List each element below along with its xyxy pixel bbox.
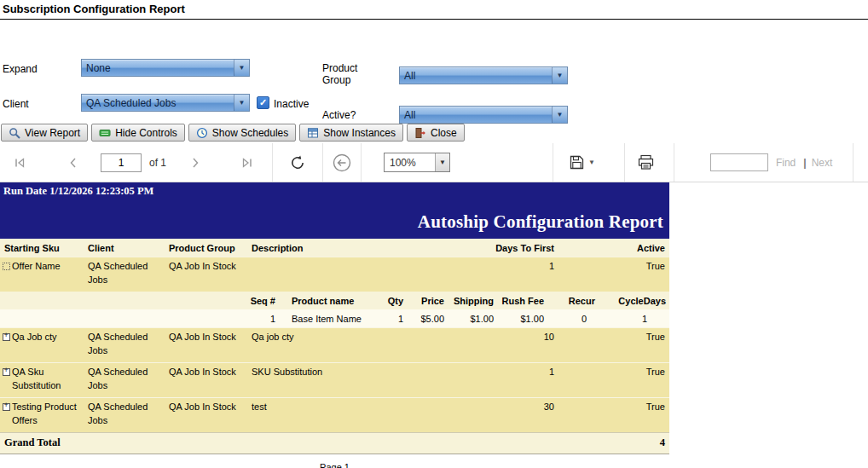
page-footer: Page 1 [0,454,669,468]
print-button[interactable] [637,153,655,171]
table-header-row: Starting Sku Client Product Group Descri… [0,239,669,257]
shipping-cell: $1.00 [448,314,497,324]
report-canvas: Run Date 1/12/2026 12:23:05 PM Autoship … [0,182,669,468]
product-group-cell: QA Job In Stock [165,401,247,428]
chevron-down-icon: ▼ [588,159,595,166]
expand-toggle-icon[interactable] [3,368,10,376]
detail-column-header: Seq # [247,296,279,306]
view-report-label: View Report [25,127,80,139]
product-name-cell: Base Item Name [279,314,368,324]
find-link[interactable]: Find [776,157,796,169]
active-cell: True [558,331,669,358]
active-cell: True [558,366,669,393]
recur-cell: 0 [547,314,599,324]
client-cell: QA Scheduled Jobs [84,331,165,358]
product-group-dropdown[interactable]: All ▼ [399,66,568,84]
product-group-cell: QA Job In Stock [165,331,247,358]
inactive-checkbox[interactable]: ✓ [257,96,269,109]
description-cell: Qa job cty [247,331,469,358]
chevron-down-icon[interactable]: ▼ [435,153,449,171]
column-header: Description [247,243,469,253]
seq-cell: 1 [247,314,279,324]
page-title: Subscription Configuration Report [0,0,868,20]
grand-total-row: Grand Total 4 [0,432,669,454]
column-header: Active [558,243,669,253]
starting-sku: Offer Name [12,261,61,271]
chevron-down-icon[interactable]: ▼ [552,107,567,123]
client-label: Client [3,98,29,110]
app-window: Subscription Configuration Report Expand… [0,0,868,468]
active-cell: True [558,260,669,287]
chevron-right-icon [188,156,202,170]
client-dropdown[interactable]: QA Scheduled Jobs ▼ [81,94,250,112]
command-toolbar: View Report Hide Controls Show Schedules… [0,124,868,143]
collapse-toggle-icon[interactable] [3,263,10,270]
previous-page-button[interactable] [67,156,80,170]
find-input[interactable] [710,153,768,171]
show-instances-button[interactable]: Show Instances [299,124,403,142]
starting-sku-cell: Qa Job cty [0,331,84,358]
detail-column-header: Shipping [448,296,497,306]
printer-icon [637,153,655,171]
chevron-down-icon[interactable]: ▼ [234,60,249,76]
expand-dropdown[interactable]: None ▼ [81,59,250,77]
zoom-value: 100% [385,153,435,171]
view-report-button[interactable]: View Report [1,124,88,142]
active-dropdown[interactable]: All ▼ [399,106,568,124]
detail-column-header: Price [407,296,448,306]
active-label: Active? [322,109,356,121]
product-group-cell: QA Job In Stock [165,260,247,287]
close-label: Close [431,127,457,139]
show-schedules-label: Show Schedules [212,127,288,139]
detail-column-header: Rush Fee [497,296,547,306]
zoom-dropdown[interactable]: 100% ▼ [384,153,450,172]
hide-controls-button[interactable]: Hide Controls [91,124,185,142]
days-to-first-cell: 30 [469,401,558,428]
expand-label: Expand [3,63,38,75]
grid-icon [307,127,319,139]
starting-sku: Qa Job cty [12,332,57,342]
chevron-down-icon[interactable]: ▼ [552,67,567,84]
chevron-down-icon[interactable]: ▼ [234,95,249,111]
toolbar-separator [853,143,854,182]
days-to-first-cell: 1 [469,260,558,287]
client-dropdown-value: QA Scheduled Jobs [82,95,234,111]
toolbar-separator [361,143,362,182]
first-page-button[interactable] [12,156,27,170]
expand-toggle-icon[interactable] [3,403,10,411]
column-header: Client [84,243,165,253]
controls-panel-icon [99,127,111,139]
clock-icon [196,127,208,139]
expand-toggle-icon[interactable] [3,333,10,341]
description-cell [247,260,469,287]
starting-sku: Testing Product Offers [12,402,77,425]
detail-header-row: Seq # Product name Qty Price Shipping Ru… [0,292,669,309]
exit-door-icon [414,127,426,139]
report-viewer-toolbar: of 1 100% ▼ ▼ Find | Ne [0,143,868,182]
active-dropdown-value: All [400,107,552,123]
rush-fee-cell: $1.00 [497,314,547,324]
first-page-icon [12,156,27,170]
page-number-input[interactable] [101,153,142,172]
toolbar-separator [272,143,273,182]
last-page-button[interactable] [240,156,255,170]
column-header: Days To First [469,243,558,253]
active-cell: True [558,401,669,428]
report-header-band: Run Date 1/12/2026 12:23:05 PM Autoship … [0,182,669,239]
refresh-button[interactable] [288,153,307,172]
detail-row: 1 Base Item Name 1 $5.00 $1.00 $1.00 0 1 [0,309,669,327]
table-row: QA Sku Substitution QA Scheduled Jobs QA… [0,362,669,397]
export-button[interactable]: ▼ [569,154,595,170]
toolbar-separator [322,143,323,182]
toolbar-separator [674,143,674,182]
detail-column-header: Product name [279,296,368,306]
show-schedules-button[interactable]: Show Schedules [188,124,296,142]
find-next-link[interactable]: Next [812,157,833,169]
close-button[interactable]: Close [407,124,465,142]
detail-column-header: Recur [547,296,599,306]
description-cell: SKU Substitution [247,366,469,393]
product-group-label: Product Group [322,62,375,86]
client-cell: QA Scheduled Jobs [84,401,165,428]
next-page-button[interactable] [188,156,202,170]
back-button[interactable] [332,153,352,173]
